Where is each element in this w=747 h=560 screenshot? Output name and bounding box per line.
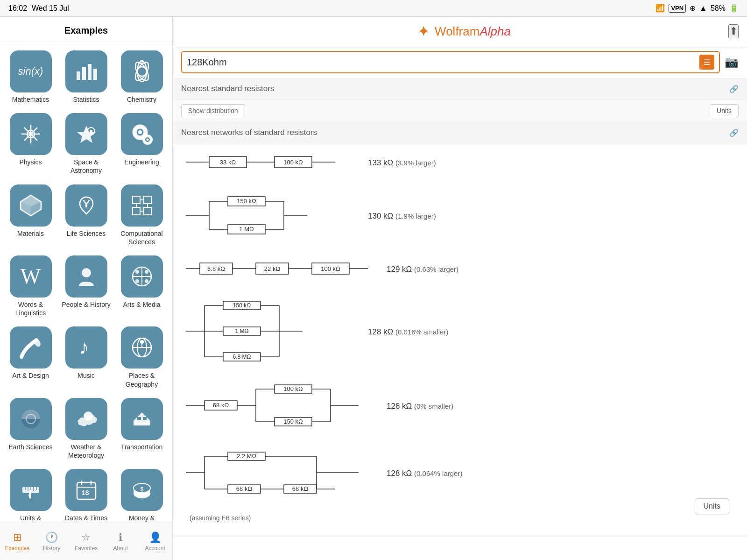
search-input[interactable]: [187, 57, 699, 68]
earth-sciences-label: Earth Sciences: [8, 443, 52, 451]
transportation-label: Transportation: [121, 443, 163, 451]
search-button[interactable]: ☰: [699, 55, 714, 70]
transportation-icon: [121, 398, 163, 440]
nav-favorites[interactable]: ☆ Favorites: [70, 532, 102, 552]
share-button[interactable]: ⬆: [728, 24, 739, 38]
sidebar-item-units-measures[interactable]: Units & Measures: [4, 465, 57, 523]
sidebar-item-arts-media[interactable]: Arts & Media: [115, 252, 169, 321]
sidebar-item-transportation[interactable]: Transportation: [115, 394, 169, 463]
space-astronomy-label: Space & Astronomy: [61, 158, 111, 175]
nearest-networks-header: Nearest networks of standard resistors 🔗: [173, 122, 747, 143]
music-label: Music: [78, 371, 95, 380]
sidebar-item-art-design[interactable]: Art & Design: [4, 323, 57, 392]
network-row-2: 150 kΩ 1 MΩ 130 kΩ: [181, 192, 739, 241]
network-percent-4: (0.016% smaller): [395, 328, 448, 336]
svg-rect-28: [144, 207, 151, 215]
nav-account[interactable]: 👤 Account: [139, 532, 171, 552]
sidebar-header: Examples: [0, 17, 172, 42]
sidebar-item-music[interactable]: ♪ Music: [59, 323, 113, 392]
svg-text:33 kΩ: 33 kΩ: [220, 159, 236, 166]
svg-rect-27: [133, 207, 140, 215]
svg-point-33: [82, 268, 91, 277]
network-percent-2: (1.9% larger): [395, 212, 436, 220]
sidebar-title: Examples: [64, 25, 108, 35]
history-icon: 🕐: [45, 532, 58, 544]
network-result-6: 128 kΩ (0.064% larger): [387, 469, 739, 478]
svg-text:6.8 MΩ: 6.8 MΩ: [233, 354, 251, 360]
circuit-series-2: 33 kΩ 100 kΩ: [181, 148, 359, 178]
money-finance-label: Money & Finance: [117, 514, 167, 523]
sidebar-item-statistics[interactable]: Statistics: [59, 47, 113, 107]
art-design-icon: [10, 326, 52, 369]
sidebar-item-weather-meteorology[interactable]: Weather & Meteorology: [59, 394, 113, 463]
assuming-text: (assuming E6 series): [190, 514, 251, 522]
units-button-top[interactable]: Units: [710, 104, 739, 117]
dates-times-icon: 18: [65, 469, 107, 511]
sidebar-item-places-geography[interactable]: Places & Geography: [115, 323, 169, 392]
units-measures-label: Units & Measures: [6, 514, 56, 523]
network-result-5: 128 kΩ (0% smaller): [387, 402, 739, 411]
sidebar-item-mathematics[interactable]: sin(x) Mathematics: [4, 47, 57, 107]
bottom-nav: ⊞ Examples 🕐 History ☆ Favorites ℹ About…: [0, 523, 172, 560]
sidebar-item-money-finance[interactable]: $ Money & Finance: [115, 465, 169, 523]
life-sciences-icon: [65, 184, 107, 227]
link-icon-1: 🔗: [729, 85, 739, 93]
network-result-1: 133 kΩ (3.9% larger): [368, 158, 739, 168]
results-area: Nearest standard resistors 🔗 Show distri…: [173, 78, 747, 537]
svg-text:68 kΩ: 68 kΩ: [292, 485, 309, 492]
alpha-name: Alpha: [479, 24, 511, 38]
statistics-label: Statistics: [73, 95, 99, 104]
network-value-2: 130 kΩ: [368, 212, 393, 220]
show-distribution-button[interactable]: Show distribution: [181, 104, 245, 117]
materials-label: Materials: [17, 229, 44, 238]
resistor-networks-section: 33 kΩ 100 kΩ 133 kΩ (3.9% larger): [173, 143, 747, 536]
svg-rect-52: [143, 417, 147, 420]
sidebar-item-people-history[interactable]: People & History: [59, 252, 113, 321]
sidebar-item-earth-sciences[interactable]: Earth Sciences: [4, 394, 57, 463]
circuit-parallel-3: 150 kΩ 1 MΩ 6.8 MΩ: [181, 298, 359, 366]
svg-rect-51: [137, 417, 141, 420]
units-measures-icon: [10, 469, 52, 511]
dates-times-label: Dates & Times: [65, 514, 107, 522]
nav-examples[interactable]: ⊞ Examples: [1, 532, 34, 552]
mathematics-icon: sin(x): [10, 50, 52, 92]
people-history-label: People & History: [62, 300, 110, 309]
svg-text:150 kΩ: 150 kΩ: [283, 418, 303, 425]
wifi-icon: 📶: [655, 4, 665, 13]
units-button-bottom[interactable]: Units: [695, 498, 729, 514]
camera-button[interactable]: 📷: [725, 56, 739, 69]
money-finance-icon: $: [121, 469, 163, 511]
account-icon: 👤: [149, 532, 162, 544]
sidebar-item-chemistry[interactable]: Chemistry: [115, 47, 169, 107]
search-bar-container: ☰ 📷: [173, 46, 747, 78]
svg-rect-26: [144, 196, 151, 204]
svg-point-18: [138, 130, 142, 134]
network-row-3: 6.8 kΩ 22 kΩ 100 kΩ 129 kΩ (0.63% larg: [181, 255, 739, 284]
sidebar-item-life-sciences[interactable]: Life Sciences: [59, 181, 113, 250]
network-row-5: 68 kΩ 100 kΩ: [181, 380, 739, 433]
people-history-icon: [65, 255, 107, 298]
sidebar-item-dates-times[interactable]: 18 Dates & Times: [59, 465, 113, 523]
nav-history[interactable]: 🕐 History: [35, 532, 68, 552]
content-area: ✦ WolframAlpha ⬆ ☰ 📷 Nearest standard re…: [173, 17, 747, 560]
network-value-6: 128 kΩ: [387, 469, 412, 478]
network-percent-5: (0% smaller): [414, 402, 453, 410]
sidebar-item-engineering[interactable]: Engineering: [115, 109, 169, 178]
statistics-icon: [65, 50, 107, 92]
mathematics-label: Mathematics: [12, 95, 49, 104]
sidebar-item-words-linguistics[interactable]: W Words & Linguistics: [4, 252, 57, 321]
words-linguistics-icon: W: [10, 255, 52, 298]
sidebar-item-space-astronomy[interactable]: Space & Astronomy: [59, 109, 113, 178]
svg-text:150 kΩ: 150 kΩ: [233, 302, 251, 309]
network-percent-1: (3.9% larger): [395, 159, 436, 167]
places-geography-label: Places & Geography: [117, 371, 167, 388]
sidebar-item-physics[interactable]: Physics: [4, 109, 57, 178]
nav-about[interactable]: ℹ About: [104, 532, 137, 552]
sidebar-item-computational-sciences[interactable]: Computational Sciences: [115, 181, 169, 250]
computational-sciences-icon: [121, 184, 163, 227]
network-value-4: 128 kΩ: [368, 327, 393, 336]
wolfram-name: Wolfram: [435, 24, 479, 38]
sidebar-item-materials[interactable]: Materials: [4, 181, 57, 250]
nearest-networks-title: Nearest networks of standard resistors: [181, 128, 317, 137]
interpretations-header: Interpretations 🔗: [173, 536, 747, 537]
